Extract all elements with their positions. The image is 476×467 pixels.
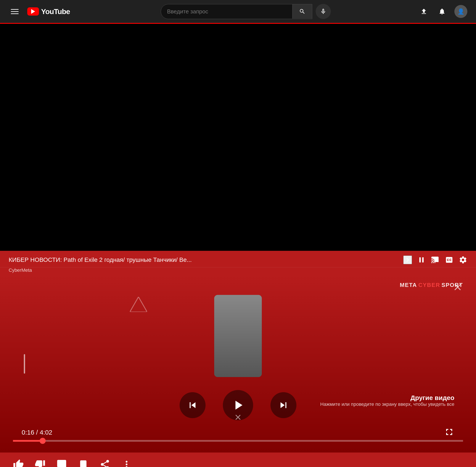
miniplayer-top: КИБЕР НОВОСТИ: Path of Exile 2 годная/ т… — [0, 251, 476, 267]
hamburger-menu-button[interactable] — [9, 7, 21, 16]
search-button[interactable] — [292, 4, 312, 19]
header-right: 👤 — [418, 5, 467, 18]
cast-icon — [431, 256, 440, 264]
fullscreen-button[interactable] — [444, 427, 454, 438]
youtube-logo[interactable]: YouTube — [27, 7, 70, 16]
pause-icon — [417, 256, 426, 264]
triangle-indicator — [130, 297, 147, 313]
share-button[interactable] — [99, 459, 110, 467]
svg-marker-0 — [130, 297, 147, 312]
dislike-button[interactable] — [35, 459, 45, 467]
close-expand-button[interactable] — [452, 282, 463, 293]
video-player[interactable] — [0, 24, 476, 251]
next-button[interactable] — [271, 392, 296, 418]
other-videos-title: Другие видео — [320, 394, 454, 402]
mini-controls-right — [417, 256, 467, 264]
skip-next-icon — [278, 399, 289, 411]
search-bar — [161, 4, 312, 19]
miniplayer-bar: КИБЕР НОВОСТИ: Path of Exile 2 годная/ т… — [0, 251, 476, 275]
youtube-logo-icon — [27, 7, 39, 15]
notifications-button[interactable] — [436, 6, 448, 17]
channel-name: CyberMeta — [0, 267, 476, 275]
skip-previous-icon — [187, 399, 198, 411]
main-content: КИБЕР НОВОСТИ: Path of Exile 2 годная/ т… — [0, 24, 476, 467]
play-icon — [231, 398, 245, 413]
bell-icon — [438, 8, 446, 15]
share-icon — [99, 459, 110, 467]
settings-button[interactable] — [459, 256, 467, 264]
progress-fill — [13, 440, 43, 442]
comment-icon — [56, 459, 67, 467]
youtube-logo-text: YouTube — [41, 7, 70, 16]
upload-button[interactable] — [418, 6, 430, 17]
time-row: 0:16 / 4:02 — [13, 427, 463, 440]
search-icon — [299, 8, 305, 15]
player-thumbnail — [214, 295, 262, 377]
more-button[interactable] — [121, 459, 132, 467]
more-icon — [121, 459, 132, 467]
close-icon — [452, 282, 463, 293]
progress-area: 0:16 / 4:02 — [13, 427, 463, 446]
watermark-meta: META — [400, 282, 417, 288]
close-bottom-button[interactable] — [234, 413, 242, 422]
cc-button[interactable] — [445, 256, 453, 264]
previous-button[interactable] — [180, 392, 205, 418]
avatar[interactable]: 👤 — [454, 5, 467, 18]
header-center — [74, 4, 418, 19]
settings-icon — [459, 256, 467, 264]
time-separator: / — [36, 429, 40, 436]
pause-button[interactable] — [417, 256, 426, 264]
comment-button[interactable] — [56, 459, 67, 467]
microphone-icon — [320, 8, 326, 15]
thumbnail-inner — [214, 295, 262, 377]
action-bar — [0, 453, 476, 467]
fullscreen-icon — [444, 427, 454, 437]
mini-thumbnail-area — [13, 286, 463, 386]
expand-button[interactable] — [403, 256, 412, 264]
thumbs-up-icon — [13, 459, 24, 467]
expanded-player-area: META CYBER SPORT — [0, 275, 476, 453]
other-videos-subtitle: Нажмите или проведите по экрану вверх, ч… — [320, 402, 454, 407]
time-display: 0:16 / 4:02 — [22, 429, 52, 436]
hamburger-icon — [11, 9, 19, 14]
thumbs-down-icon — [35, 459, 45, 467]
header-left: YouTube — [9, 7, 74, 16]
bookmark-icon — [78, 459, 89, 467]
voice-search-button[interactable] — [316, 4, 331, 19]
upload-icon — [420, 8, 428, 15]
like-button[interactable] — [13, 459, 24, 467]
header: YouTube 👤 — [0, 0, 476, 24]
search-input[interactable] — [161, 4, 292, 19]
cast-button[interactable] — [431, 256, 440, 264]
total-time: 4:02 — [40, 429, 52, 436]
save-button[interactable] — [78, 459, 89, 467]
volume-indicator — [24, 354, 25, 374]
progress-dot — [40, 438, 46, 444]
close-bottom-icon — [234, 413, 242, 422]
watermark-cyber: CYBER — [418, 282, 440, 288]
progress-bar[interactable] — [13, 440, 463, 442]
cc-icon — [445, 256, 453, 264]
current-time: 0:16 — [22, 429, 34, 436]
other-videos-section: Другие видео Нажмите или проведите по эк… — [320, 394, 454, 407]
mini-video-title: КИБЕР НОВОСТИ: Path of Exile 2 годная/ т… — [9, 256, 398, 263]
chevron-right-icon — [404, 256, 411, 264]
